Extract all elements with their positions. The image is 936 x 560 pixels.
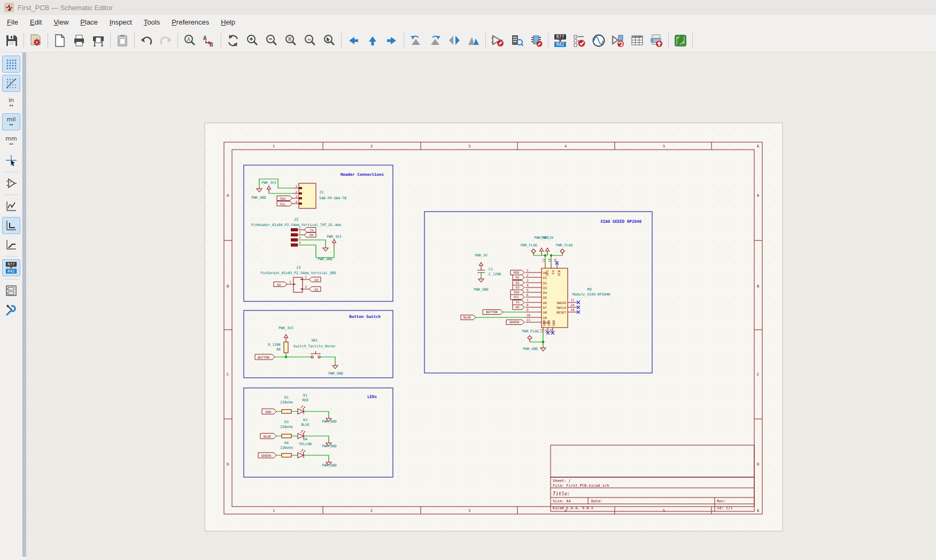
crosshair-cursor-icon <box>5 154 17 166</box>
open-pcb-editor-button[interactable] <box>671 30 690 51</box>
menu-view[interactable]: View <box>48 17 74 28</box>
footprint-editor-button[interactable] <box>527 30 546 51</box>
svg-text:PWR_GND: PWR_GND <box>251 196 266 200</box>
grid-dots-overlay <box>26 52 936 560</box>
left-toolbar-separator <box>4 256 18 256</box>
find-replace-button[interactable]: AB <box>199 30 219 51</box>
units-mm-button[interactable]: mm↔ <box>2 133 20 150</box>
annotate-button[interactable]: R??R42 <box>551 30 570 51</box>
svg-text:17: 17 <box>570 298 575 302</box>
svg-text:D0: D0 <box>543 271 547 275</box>
show-hidden-pins-button[interactable] <box>2 175 20 192</box>
rotate-ccw-button[interactable] <box>406 30 426 51</box>
zoom-out-icon <box>265 34 279 48</box>
app-icon <box>4 3 14 12</box>
menu-tools[interactable]: Tools <box>138 17 166 28</box>
auto-annotate-button[interactable]: R??R42 <box>2 259 20 276</box>
previous-sheet-button[interactable] <box>344 30 363 51</box>
crosshair-cursor-button[interactable] <box>2 152 20 169</box>
hierarchy-navigator-button[interactable] <box>2 282 20 299</box>
svg-text:SWCLK: SWCLK <box>556 306 566 309</box>
svg-text:4: 4 <box>295 200 297 204</box>
svg-text:6: 6 <box>527 293 529 297</box>
zoom-fit-objects-button[interactable] <box>300 30 320 51</box>
svg-text:5: 5 <box>663 144 665 149</box>
menu-place[interactable]: Place <box>74 17 104 28</box>
rotate-cw-button[interactable] <box>426 30 445 51</box>
export-bom-button[interactable]: .bom <box>647 30 666 51</box>
svg-text:PWR_GND: PWR_GND <box>318 257 332 261</box>
net-label: RX <box>310 233 314 237</box>
svg-text:PWR_FLAG: PWR_FLAG <box>521 243 537 247</box>
menu-help[interactable]: Help <box>215 17 241 28</box>
svg-text:8: 8 <box>527 303 529 307</box>
hidden-pins-icon <box>5 177 17 189</box>
window-titlebar: First_PCB — Schematic Editor <box>0 0 936 15</box>
units-inches-button[interactable]: in↔ <box>2 94 20 111</box>
zoom-out-button[interactable] <box>262 30 281 51</box>
double-arrow-icon: ↔ <box>9 142 13 146</box>
section-title: LEDs <box>367 394 377 399</box>
net-label: RED <box>266 410 272 414</box>
grid-dots-button[interactable] <box>2 56 20 73</box>
wires-any-angle-button[interactable] <box>2 198 20 215</box>
menu-preferences[interactable]: Preferences <box>166 17 215 28</box>
schematic-setup-button[interactable] <box>26 30 45 51</box>
tb-size: Size: A4 <box>553 499 571 503</box>
menu-file[interactable]: File <box>1 17 24 28</box>
mirror-vertical-button[interactable] <box>445 30 464 51</box>
redo-button[interactable] <box>156 30 175 51</box>
svg-text:D: D <box>227 462 229 466</box>
find-icon: A <box>183 34 197 48</box>
undo-button[interactable] <box>137 30 156 51</box>
toolbar-separator <box>134 33 135 49</box>
symbol-fields-table-button[interactable] <box>628 30 647 51</box>
svg-text:6: 6 <box>757 144 759 149</box>
toolbar-separator <box>692 33 693 49</box>
leave-sheet-button[interactable] <box>363 30 382 51</box>
net-label: SCL <box>280 202 286 206</box>
ref-des: J2 <box>294 217 298 222</box>
print-button[interactable] <box>69 30 89 51</box>
svg-text:3: 3 <box>299 236 301 239</box>
page-settings-button[interactable] <box>50 30 69 51</box>
erc-button[interactable] <box>570 30 589 51</box>
mirror-horizontal-button[interactable] <box>464 30 483 51</box>
left-toolbar-separator <box>4 172 18 172</box>
fortyfive-degrees-icon <box>5 239 17 251</box>
value: Module_XIAO-RP2040 <box>573 292 610 297</box>
zoom-in-button[interactable] <box>243 30 262 51</box>
menu-edit[interactable]: Edit <box>24 17 48 28</box>
save-button[interactable] <box>2 30 21 51</box>
svg-text:220ohm: 220ohm <box>280 446 293 450</box>
wires-45-degrees-button[interactable] <box>2 236 20 253</box>
schematic-canvas[interactable]: 1 2 3 4 5 6 1 2 3 4 5 6 A B C D A B C D … <box>26 52 936 560</box>
units-mils-button[interactable]: mil↔ <box>2 113 20 130</box>
zoom-selection-button[interactable] <box>320 30 339 51</box>
assign-footprints-button[interactable] <box>608 30 628 51</box>
library-browser-icon <box>510 34 524 48</box>
wires-90-degrees-button[interactable] <box>2 217 20 234</box>
net-label: D2 <box>515 281 520 284</box>
zoom-fit-page-button[interactable] <box>281 30 300 51</box>
paste-button[interactable] <box>113 30 132 51</box>
menu-inspect[interactable]: Inspect <box>104 17 138 28</box>
svg-text:2: 2 <box>370 144 373 149</box>
refresh-button[interactable] <box>223 30 243 51</box>
net-label: BUTTON <box>258 355 269 359</box>
library-browser-button[interactable] <box>507 30 527 51</box>
grid-overrides-button[interactable] <box>2 75 20 92</box>
svg-text:PWR_GND: PWR_GND <box>523 347 538 351</box>
plot-button[interactable] <box>89 30 108 51</box>
ref-des: C1 <box>489 267 493 271</box>
svg-text:D8: D8 <box>543 310 547 314</box>
symbol-editor-button[interactable] <box>488 30 507 51</box>
save-icon <box>5 34 19 48</box>
find-button[interactable]: A <box>180 30 199 51</box>
next-sheet-button[interactable] <box>382 30 401 51</box>
properties-panel-button[interactable] <box>2 301 20 318</box>
net-label: SCL <box>514 295 520 299</box>
simulator-button[interactable] <box>589 30 608 51</box>
schematic-svg[interactable]: 1 2 3 4 5 6 1 2 3 4 5 6 A B C D A B C D … <box>26 52 936 560</box>
svg-text:2: 2 <box>295 190 297 193</box>
